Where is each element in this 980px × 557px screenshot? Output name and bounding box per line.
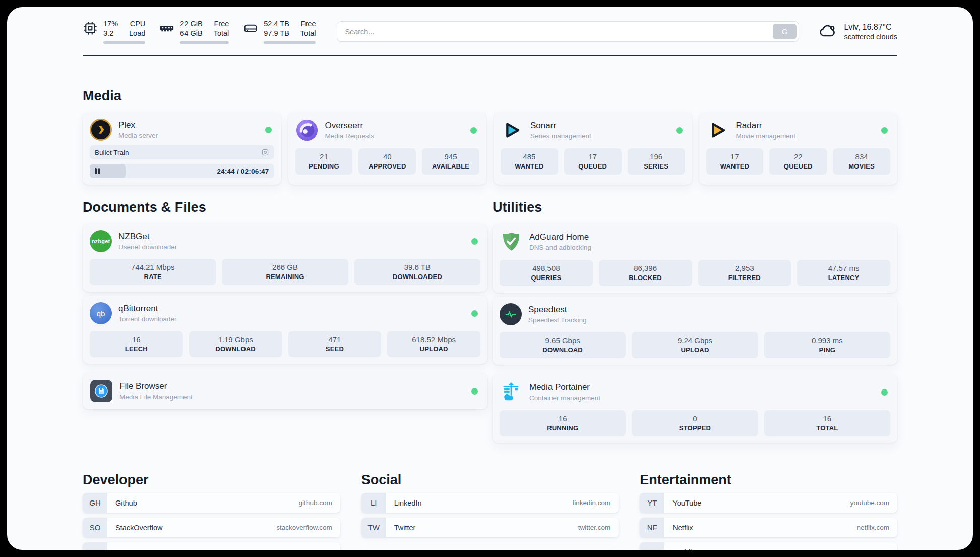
app-description: Media server (118, 132, 158, 139)
app-description: Usenet downloader (118, 243, 177, 251)
stat-ping: 0.993 ms PING (764, 332, 890, 358)
bookmark-url: twitter.com (578, 524, 611, 531)
section-title-social: Social (361, 472, 619, 488)
app-card-filebrowser[interactable]: File Browser Media File Management (83, 373, 487, 409)
stat-wanted: 17 WANTED (706, 148, 764, 175)
bookmark-abbr: YT (640, 493, 664, 513)
ram-icon (159, 21, 174, 38)
disk-icon (243, 21, 258, 38)
search-input[interactable] (337, 21, 799, 42)
bookmark-twitter[interactable]: TW Twitter twitter.com (361, 518, 619, 537)
app-card-nzbget[interactable]: nzbget NZBGet Usenet downloader 744.21 M… (83, 224, 487, 292)
memory-free-label: Free (214, 19, 229, 29)
top-bar: 17% 3.2 CPU Load (83, 19, 897, 44)
stat-approved: 40 APPROVED (358, 148, 416, 175)
app-description: Container management (529, 394, 600, 402)
bookmark-group-social: Social LI LinkedIn linkedin.com TW Twitt… (361, 472, 619, 550)
stat-upload: 9.24 Gbps UPLOAD (632, 332, 758, 358)
section-title-documents: Documents & Files (83, 200, 487, 215)
app-card-radarr[interactable]: Radarr Movie management 17 WANTED 22 QUE… (699, 112, 898, 185)
pause-icon (95, 168, 100, 174)
disk-progress-bar (264, 41, 316, 44)
bookmark-name: StackOverflow (115, 524, 162, 532)
cpu-icon (83, 21, 98, 38)
app-name: File Browser (119, 381, 193, 392)
section-title-developer: Developer (83, 472, 340, 488)
bookmark-linkedin[interactable]: LI LinkedIn linkedin.com (361, 493, 619, 513)
bookmark-name: Twitter (394, 524, 416, 532)
sonarr-icon (501, 119, 524, 142)
cpu-stat: 17% 3.2 CPU Load (83, 19, 145, 44)
bookmark-abbr: GH (83, 493, 107, 513)
status-online-dot (471, 388, 478, 395)
cpu-label: CPU (129, 19, 145, 29)
bookmark-group-entertainment: Entertainment YT YouTube youtube.com NF … (640, 472, 897, 550)
app-description: Speedtest Tracking (528, 316, 587, 324)
app-card-overseerr[interactable]: Overseerr Media Requests 21 PENDING 40 A… (288, 112, 487, 185)
memory-progress-bar (180, 41, 229, 44)
app-description: Media Requests (325, 132, 375, 140)
bookmark-netflix[interactable]: NF Netflix netflix.com (640, 518, 897, 537)
nzbget-icon: nzbget (90, 230, 112, 252)
app-description: Media File Management (119, 393, 193, 401)
app-name: Sonarr (530, 121, 591, 131)
bookmark-reddit[interactable]: RE Reddit reddit.com (640, 542, 897, 550)
disk-free-value: 52.4 TB (264, 19, 289, 29)
stat-queued: 17 QUEUED (564, 148, 622, 175)
bookmark-dev[interactable]: DT DEV dev.to (83, 542, 340, 550)
bookmark-abbr: RE (640, 542, 664, 550)
stat-remaining: 266 GB REMAINING (222, 259, 348, 285)
now-playing-display-icon (261, 148, 269, 156)
status-online-dot (470, 127, 477, 134)
section-title-entertainment: Entertainment (640, 472, 897, 488)
search-engine-button[interactable]: G (773, 24, 797, 39)
bookmark-youtube[interactable]: YT YouTube youtube.com (640, 493, 897, 513)
app-name: Media Portainer (529, 382, 600, 393)
bookmark-github[interactable]: GH Github github.com (83, 493, 340, 513)
app-card-qbittorrent[interactable]: qb qBittorrent Torrent downloader 16 (83, 296, 487, 364)
weather-widget: Lviv, 16.87°C scattered clouds (818, 21, 897, 42)
bookmark-url: netflix.com (856, 524, 889, 531)
stat-running: 16 RUNNING (500, 410, 626, 436)
stat-series: 196 SERIES (628, 148, 685, 175)
bookmark-url: dev.to (314, 548, 332, 550)
status-online-dot (881, 127, 888, 134)
disk-total-value: 97.9 TB (264, 29, 289, 38)
bookmark-name: Github (115, 499, 137, 507)
bookmark-name: Netflix (672, 524, 693, 532)
status-online-dot (676, 127, 683, 134)
stat-pending: 21 PENDING (295, 148, 353, 175)
bookmark-name: DEV (115, 548, 131, 550)
bookmark-stackoverflow[interactable]: SO StackOverflow stackoverflow.com (83, 518, 340, 537)
cpu-usage-value: 17% (103, 19, 118, 29)
app-card-adguard[interactable]: AdGuard Home DNS and adblocking 498,508 … (493, 224, 897, 293)
disk-total-label: Total (300, 29, 316, 38)
memory-stat: 22 GiB 64 GiB Free Total (159, 19, 229, 44)
cpu-load-value: 3.2 (103, 29, 118, 38)
app-name: qBittorrent (118, 304, 177, 314)
section-title-media: Media (83, 88, 897, 104)
app-name: AdGuard Home (529, 232, 591, 242)
now-playing-progress-row: 24:44 / 02:06:47 (90, 164, 274, 178)
disk-free-label: Free (300, 19, 316, 29)
app-card-plex[interactable]: Plex Media server Bullet Train (83, 112, 281, 185)
bookmark-name: LinkedIn (394, 499, 422, 507)
app-card-portainer[interactable]: Media Portainer Container management 16 … (493, 374, 897, 443)
bookmark-abbr: DT (83, 542, 107, 550)
bookmark-name: YouTube (672, 499, 701, 507)
stat-download: 1.19 Gbps DOWNLOAD (189, 331, 282, 357)
app-name: Plex (118, 120, 158, 130)
app-card-speedtest[interactable]: Speedtest Speedtest Tracking 9.65 Gbps D… (493, 297, 897, 365)
bookmark-group-developer: Developer GH Github github.com SO StackO… (83, 472, 340, 550)
plex-icon (90, 119, 112, 141)
stat-filtered: 2,953 FILTERED (698, 260, 791, 286)
bookmark-abbr: LI (361, 493, 386, 513)
system-stats: 17% 3.2 CPU Load (83, 19, 316, 44)
app-card-sonarr[interactable]: Sonarr Series management 485 WANTED 17 Q… (494, 112, 692, 185)
stat-blocked: 86,396 BLOCKED (599, 260, 692, 286)
speedtest-icon (500, 303, 522, 325)
app-name: Speedtest (528, 305, 587, 315)
app-description: DNS and adblocking (529, 244, 591, 251)
documents-column: Documents & Files nzbget NZBGet Usenet d… (83, 200, 487, 443)
stat-total: 16 TOTAL (764, 410, 890, 436)
